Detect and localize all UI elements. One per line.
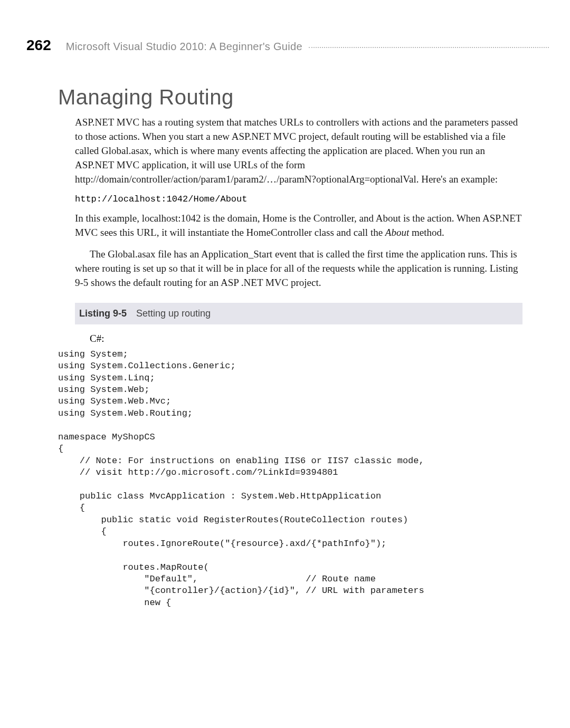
listing-caption: Setting up routing xyxy=(136,308,211,319)
listing-number: Listing 9-5 xyxy=(79,308,127,319)
code-language-label: C#: xyxy=(90,333,522,344)
code-listing: using System; using System.Collections.G… xyxy=(58,349,522,609)
paragraph-2: In this example, localhost:1042 is the d… xyxy=(75,212,522,240)
header-dotted-rule xyxy=(309,47,549,48)
page-content: Managing Routing ASP.NET MVC has a routi… xyxy=(0,85,570,609)
page-header: 262 Microsoft Visual Studio 2010: A Begi… xyxy=(0,37,570,54)
about-method-name: About xyxy=(385,227,409,238)
paragraph-1: ASP.NET MVC has a routing system that ma… xyxy=(75,116,522,187)
page-number: 262 xyxy=(26,37,51,54)
paragraph-2-text-b: method. xyxy=(409,227,444,238)
listing-header-bar: Listing 9-5Setting up routing xyxy=(75,303,522,324)
example-url-code: http://localhost:1042/Home/About xyxy=(75,194,522,204)
book-title: Microsoft Visual Studio 2010: A Beginner… xyxy=(66,41,302,53)
section-heading: Managing Routing xyxy=(58,85,522,109)
paragraph-2-text-a: In this example, localhost:1042 is the d… xyxy=(75,213,521,238)
paragraph-3: The Global.asax file has an Application_… xyxy=(75,247,522,290)
